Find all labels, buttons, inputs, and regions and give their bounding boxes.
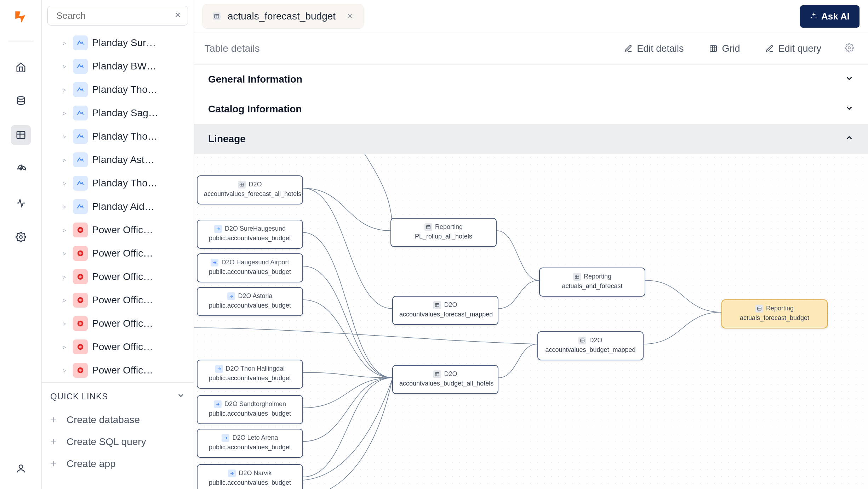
tree-item[interactable]: ▹ Power Offic… bbox=[46, 312, 189, 335]
grid-button[interactable]: Grid bbox=[703, 40, 746, 58]
lineage-node[interactable]: ReportingPL_rollup_all_hotels bbox=[390, 218, 497, 247]
lineage-node[interactable]: D2Oaccountvalues_forecast_all_hotels bbox=[197, 175, 303, 204]
table-mini-icon bbox=[578, 337, 586, 344]
node-body: accountvalues_forecast_mapped bbox=[399, 310, 491, 319]
ask-ai-button[interactable]: Ask AI bbox=[800, 5, 860, 28]
gear-badge-icon bbox=[73, 363, 88, 378]
settings-icon[interactable] bbox=[11, 227, 31, 247]
quick-links: QUICK LINKS +Create database+Create SQL … bbox=[42, 382, 194, 489]
lineage-canvas[interactable]: D2Oaccountvalues_forecast_all_hotelsD2O … bbox=[194, 154, 868, 489]
gear-badge-icon bbox=[73, 293, 88, 308]
table-mini-icon bbox=[213, 12, 221, 20]
rocket-icon[interactable] bbox=[11, 159, 31, 179]
tree[interactable]: ▹ Planday Sur…▹ Planday BW…▹ Planday Tho… bbox=[42, 31, 194, 382]
tree-item-label: Power Offic… bbox=[92, 318, 153, 329]
arrow-icon bbox=[214, 400, 222, 408]
arrow-icon bbox=[214, 225, 222, 233]
clear-search-icon[interactable] bbox=[174, 11, 182, 20]
tree-item[interactable]: ▹ Power Offic… bbox=[46, 218, 189, 242]
left-rail bbox=[0, 0, 42, 489]
lineage-node[interactable]: D2Oaccountvalues_budget_mapped bbox=[537, 331, 644, 360]
caret-right-icon: ▹ bbox=[63, 366, 69, 374]
tree-item[interactable]: ▹ Planday Tho… bbox=[46, 172, 189, 195]
quick-link[interactable]: +Create SQL query bbox=[50, 431, 185, 453]
svg-point-6 bbox=[79, 229, 81, 231]
lineage-node[interactable]: D2O Haugesund Airportpublic.accountvalue… bbox=[197, 253, 303, 282]
quick-link[interactable]: +Create database bbox=[50, 409, 185, 431]
tree-item[interactable]: ▹ Planday Sur… bbox=[46, 31, 189, 55]
lineage-node[interactable]: D2O Narvikpublic.accountvalues_budget bbox=[197, 464, 303, 489]
lineage-node[interactable]: D2O Leto Arenapublic.accountvalues_budge… bbox=[197, 429, 303, 458]
table-icon[interactable] bbox=[11, 125, 31, 145]
quick-links-header[interactable]: QUICK LINKS bbox=[50, 391, 185, 402]
lineage-node[interactable]: D2O Astoriapublic.accountvalues_budget bbox=[197, 287, 303, 316]
search-input[interactable] bbox=[47, 6, 188, 26]
node-body: accountvalues_budget_mapped bbox=[544, 345, 636, 355]
lineage-node[interactable]: Reportingactuals_and_forecast bbox=[539, 268, 645, 297]
tree-item[interactable]: ▹ Planday Ast… bbox=[46, 148, 189, 172]
edit-details-button[interactable]: Edit details bbox=[618, 40, 689, 58]
svg-point-16 bbox=[79, 345, 81, 348]
user-icon[interactable] bbox=[11, 459, 31, 478]
lineage-node[interactable]: D2Oaccountvalues_forecast_mapped bbox=[392, 296, 498, 325]
node-header: D2O Leto Arena bbox=[232, 433, 278, 443]
tree-item-label: Planday Tho… bbox=[92, 178, 158, 189]
rail-divider bbox=[8, 41, 33, 41]
chevron-up-icon bbox=[845, 133, 854, 145]
node-body: public.accountvalues_budget bbox=[204, 234, 296, 243]
node-header: D2O bbox=[444, 300, 457, 310]
activity-icon[interactable] bbox=[11, 193, 31, 213]
caret-right-icon: ▹ bbox=[63, 62, 69, 70]
tree-item[interactable]: ▹ Power Offic… bbox=[46, 242, 189, 265]
chevron-down-icon bbox=[177, 391, 185, 402]
tab-active[interactable]: actuals_forecast_budget bbox=[202, 4, 364, 29]
svg-rect-22 bbox=[710, 46, 716, 51]
node-body: actuals_and_forecast bbox=[546, 281, 638, 291]
caret-right-icon: ▹ bbox=[63, 179, 69, 187]
caret-right-icon: ▹ bbox=[63, 249, 69, 257]
tree-item[interactable]: ▹ Planday Tho… bbox=[46, 125, 189, 148]
database-icon[interactable] bbox=[11, 91, 31, 111]
edit-query-button[interactable]: Edit query bbox=[760, 40, 827, 58]
arrow-icon bbox=[215, 365, 223, 373]
tree-item-label: Planday Aid… bbox=[92, 201, 154, 212]
plus-icon: + bbox=[50, 414, 61, 426]
tree-item[interactable]: ▹ Planday Tho… bbox=[46, 78, 189, 101]
node-header: D2O bbox=[589, 336, 602, 345]
svg-point-23 bbox=[848, 47, 851, 49]
tree-item[interactable]: ▹ Planday Aid… bbox=[46, 195, 189, 218]
page-title: Table details bbox=[205, 43, 260, 54]
sections: General Information Catalog Information … bbox=[194, 64, 868, 489]
node-body: public.accountvalues_budget bbox=[204, 301, 296, 310]
tree-item-label: Power Offic… bbox=[92, 271, 153, 282]
tree-item[interactable]: ▹ Power Offic… bbox=[46, 288, 189, 312]
lineage-node[interactable]: D2O Thon Hallingdalpublic.accountvalues_… bbox=[197, 360, 303, 389]
section-general[interactable]: General Information bbox=[194, 64, 868, 94]
section-catalog[interactable]: Catalog Information bbox=[194, 94, 868, 124]
chart-icon bbox=[73, 176, 88, 191]
tree-item[interactable]: ▹ Power Offic… bbox=[46, 359, 189, 382]
quick-link[interactable]: +Create app bbox=[50, 453, 185, 475]
svg-point-14 bbox=[79, 322, 81, 325]
svg-point-3 bbox=[19, 236, 22, 238]
tree-item[interactable]: ▹ Power Offic… bbox=[46, 335, 189, 359]
lineage-node[interactable]: D2O SureHaugesundpublic.accountvalues_bu… bbox=[197, 220, 303, 249]
close-tab-icon[interactable] bbox=[346, 11, 353, 22]
tree-item-label: Power Offic… bbox=[92, 224, 153, 236]
lineage-node[interactable]: D2O Sandtorgholmenpublic.accountvalues_b… bbox=[197, 395, 303, 424]
settings-gear-icon[interactable] bbox=[841, 40, 857, 57]
node-body: public.accountvalues_budget bbox=[204, 478, 296, 488]
arrow-icon bbox=[227, 292, 235, 300]
tree-item[interactable]: ▹ Planday Sag… bbox=[46, 101, 189, 125]
tree-item[interactable]: ▹ Planday BW… bbox=[46, 55, 189, 78]
lineage-node[interactable]: D2Oaccountvalues_budget_all_hotels bbox=[392, 365, 498, 394]
sub-toolbar: Table details Edit details Grid Edit que… bbox=[194, 33, 868, 64]
section-lineage[interactable]: Lineage bbox=[194, 124, 868, 154]
plus-icon: + bbox=[50, 458, 61, 470]
sidebar: ▹ Planday Sur…▹ Planday BW…▹ Planday Tho… bbox=[42, 0, 194, 489]
table-mini-icon bbox=[433, 370, 441, 378]
tree-item[interactable]: ▹ Power Offic… bbox=[46, 265, 189, 288]
home-icon[interactable] bbox=[11, 57, 31, 77]
app-logo[interactable] bbox=[12, 9, 29, 26]
lineage-node[interactable]: Reportingactuals_forecast_budget bbox=[721, 299, 828, 328]
